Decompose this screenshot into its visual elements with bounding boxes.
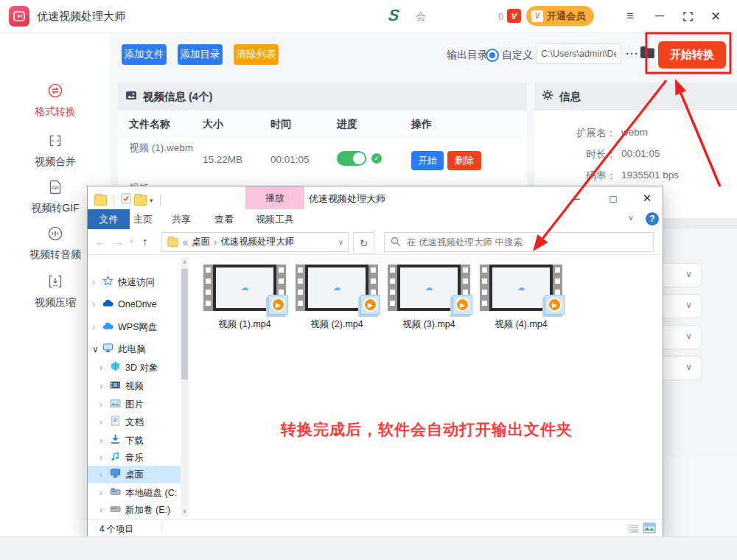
scroll-up-icon[interactable]: ∧ [181, 259, 189, 265]
info-value-bitrate: 1935501 bps [621, 169, 679, 181]
chevron-down-icon[interactable]: ∨ [92, 344, 98, 354]
folder-icon[interactable] [94, 195, 107, 206]
browse-more-button[interactable]: ··· [626, 47, 639, 60]
tree-scrollbar[interactable]: ∧ ∨ [181, 257, 189, 517]
tree-item-onedrive[interactable]: › OneDrive [88, 295, 181, 313]
tree-item-pictures[interactable]: › 图片 [88, 396, 181, 413]
forward-icon[interactable]: → [113, 235, 124, 248]
breadcrumb-root[interactable]: 桌面 [192, 236, 210, 248]
tab-share[interactable]: 共享 [163, 209, 200, 229]
tree-item-label: 本地磁盘 (C: [125, 487, 177, 500]
tab-video-tools[interactable]: 视频工具 [245, 209, 305, 229]
filmstrip-left [388, 265, 397, 311]
tree-item-new-volume-e[interactable]: › 新加卷 (E:) [88, 501, 181, 519]
image-icon [125, 90, 137, 104]
add-file-button[interactable]: 添加文件 [122, 44, 167, 65]
chevron-right-icon[interactable]: › [99, 452, 105, 463]
back-icon[interactable]: ← [95, 235, 106, 248]
video-info-title: 视频信息 (4个) [143, 90, 212, 104]
sidebar-item-label: 格式转换 [35, 105, 76, 119]
chevron-right-icon[interactable]: › [92, 277, 98, 287]
scrollbar-thumb[interactable] [181, 269, 188, 379]
tree-item-label: 下载 [125, 435, 144, 447]
chevron-right-icon[interactable]: › [99, 399, 105, 410]
file-name: 视频 (3).mp4 [388, 318, 470, 331]
speed-logo-icon: S [387, 6, 400, 25]
start-convert-button[interactable]: 开始转换 [658, 41, 726, 69]
chevron-right-icon[interactable]: › [92, 322, 98, 332]
tree-item-3d-objects[interactable]: › 3D 对象 [88, 359, 181, 377]
table-header-row [118, 111, 527, 138]
up-icon[interactable]: ↑ [142, 235, 148, 248]
vip-badge-icon: V [507, 9, 521, 23]
tree-item-documents[interactable]: › 文档 [88, 413, 181, 431]
sidebar-item-video-merge[interactable]: 视频合并 [0, 133, 111, 175]
chevron-right-icon[interactable]: › [99, 505, 105, 515]
tree-item-this-pc[interactable]: ∨ 此电脑 [88, 340, 181, 358]
chevron-right-icon[interactable]: › [92, 299, 98, 309]
breadcrumb[interactable]: « 桌面 › 优速视频处理大师 ∨ [161, 232, 349, 252]
progress-toggle[interactable] [337, 151, 366, 166]
chevron-right-icon[interactable]: › [99, 469, 105, 480]
cloud-glyph-icon: ☁ [517, 283, 525, 293]
breadcrumb-folder[interactable]: 优速视频处理大师 [220, 236, 294, 248]
tab-play-tools[interactable]: 播放 [245, 186, 304, 209]
audio-icon [47, 225, 63, 245]
explorer-minimize-button[interactable]: ─ [565, 189, 587, 207]
open-folder-icon[interactable] [640, 46, 655, 62]
help-icon[interactable]: ? [646, 212, 659, 225]
menu-icon[interactable]: ≡ [622, 9, 638, 24]
refresh-icon[interactable]: ↻ [353, 232, 374, 253]
ribbon-collapse-icon[interactable]: ∨ [628, 213, 634, 223]
search-box[interactable] [384, 232, 654, 252]
history-chevron-icon[interactable]: ∨ [129, 237, 134, 245]
chevron-right-icon[interactable]: › [99, 381, 105, 391]
chevron-right-icon[interactable]: › [99, 488, 105, 498]
address-dropdown-icon[interactable]: ∨ [338, 238, 343, 246]
tab-view[interactable]: 查看 [204, 209, 244, 229]
row-start-button[interactable]: 开始 [411, 151, 444, 170]
tree-item-quick-access[interactable]: › 快速访问 [88, 273, 181, 291]
close-button[interactable]: ✕ [708, 9, 724, 24]
chevron-right-icon[interactable]: › [99, 363, 105, 373]
tree-item-wps-cloud[interactable]: › WPS网盘 [88, 318, 181, 336]
scroll-down-icon[interactable]: ∨ [181, 508, 189, 514]
list-view-icon[interactable] [628, 523, 639, 536]
tab-home[interactable]: 主页 [125, 209, 161, 229]
properties-check-icon[interactable] [121, 193, 131, 207]
tree-item-desktop[interactable]: › 桌面 [88, 466, 181, 483]
file-item-video-1[interactable]: ☁ ▶ 视频 (1).mp4 [203, 265, 286, 331]
output-path-input[interactable] [536, 43, 621, 64]
add-directory-button[interactable]: 添加目录 [178, 44, 223, 65]
tab-file[interactable]: 文件 [88, 209, 130, 229]
tree-item-downloads[interactable]: › 下载 [88, 432, 181, 449]
file-item-video-4[interactable]: ☁ ▶ 视频 (4).mp4 [480, 265, 562, 331]
custom-output-radio[interactable] [486, 49, 499, 62]
chevron-right-icon[interactable]: › [99, 435, 105, 446]
thumbnail-view-icon[interactable] [643, 522, 656, 536]
filmstrip-left [480, 265, 489, 311]
search-input[interactable] [405, 237, 647, 248]
clear-list-button[interactable]: 清除列表 [234, 44, 279, 65]
col-filename: 文件名称 [129, 118, 170, 131]
caret-down-icon[interactable]: ▾ [150, 197, 153, 204]
chevron-right-icon[interactable]: › [99, 417, 105, 427]
file-item-video-2[interactable]: ☁ ▶ 视频 (2).mp4 [296, 265, 378, 331]
sidebar-item-format-convert[interactable]: 格式转换 [0, 83, 111, 125]
tree-item-videos[interactable]: › 视频 [88, 377, 181, 395]
item-count: 4 个项目 [99, 523, 133, 536]
tree-item-label: 音乐 [125, 452, 144, 464]
row-delete-button[interactable]: 删除 [447, 151, 481, 170]
explorer-close-button[interactable]: ✕ [636, 189, 658, 207]
tree-item-label: OneDrive [118, 299, 157, 309]
explorer-status-bar: 4 个项目 [88, 519, 663, 536]
tree-item-music[interactable]: › 音乐 [88, 449, 181, 466]
minimize-button[interactable]: ─ [652, 9, 668, 24]
open-vip-button[interactable]: V 开通会员 [526, 6, 594, 26]
new-folder-icon[interactable] [134, 195, 147, 206]
tree-item-local-disk-c[interactable]: › 本地磁盘 (C: [88, 484, 181, 502]
play-badge-icon: ▶ [453, 295, 472, 315]
explorer-maximize-button[interactable]: □ [602, 189, 624, 207]
maximize-button[interactable] [680, 9, 696, 24]
file-item-video-3[interactable]: ☁ ▶ 视频 (3).mp4 [388, 265, 470, 331]
